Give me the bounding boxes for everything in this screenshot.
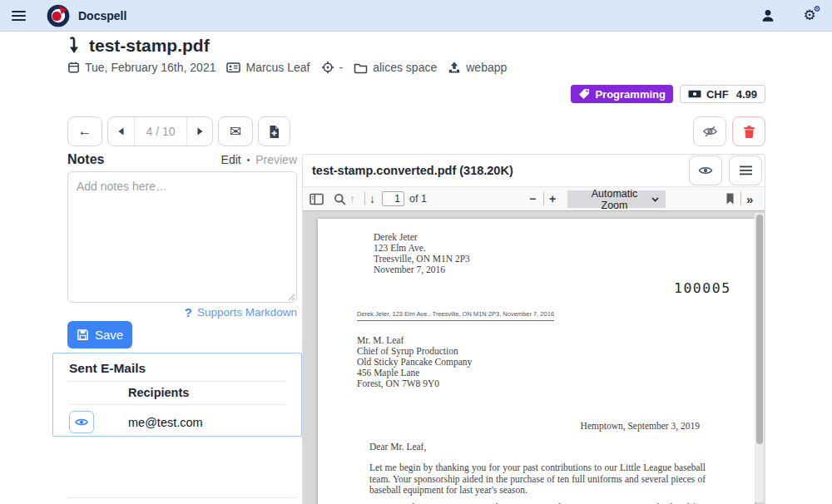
add-file-button[interactable] [258, 116, 290, 146]
back-arrow-icon: ← [78, 123, 92, 140]
banknote-icon [688, 87, 701, 101]
pdf-page-container: Derek Jeter 123 Elm Ave. Treesville, ON … [303, 211, 765, 504]
sent-emails-heading: Sent E-Mails [69, 361, 286, 382]
next-panel-divider [67, 497, 297, 498]
notes-editor [67, 171, 297, 303]
docspell-app: Docspell ⚙⚙ test-stamp.pdf [0, 0, 832, 504]
letter-paragraph: Let me begin by thanking you for your pa… [369, 462, 706, 497]
badges-row: Programming CHF4.99 [571, 85, 765, 103]
attachment-view-button[interactable] [689, 156, 722, 185]
tag-badge: Programming [571, 85, 673, 103]
item-title-row: test-stamp.pdf [67, 36, 210, 56]
pdf-page: Derek Jeter 123 Elm Ave. Treesville, ON … [318, 219, 755, 504]
item-correspondent: Marcus Leaf [226, 61, 310, 74]
gears-icon: ⚙⚙ [803, 8, 815, 22]
calendar-icon [67, 61, 80, 74]
search-button[interactable] [334, 187, 346, 210]
recipients-column-header: Recipients [128, 382, 286, 405]
more-tools-button[interactable]: » [746, 187, 753, 210]
pdf-scrollbar [755, 213, 764, 502]
app-title: Docspell [78, 9, 126, 22]
email-recipient: me@test.com [128, 416, 286, 429]
send-mail-button[interactable]: ✉ [218, 116, 253, 146]
back-button[interactable]: ← [67, 116, 102, 146]
item-nav-toolbar: ← 4 / 10 ✉ [67, 116, 290, 146]
save-floppy-icon [77, 329, 89, 341]
item-actions [693, 116, 765, 146]
pdf-viewer-panel: test-stamp.converted.pdf (318.20K) [302, 154, 765, 504]
find-previous-button[interactable]: ↑ [349, 187, 355, 210]
pdf-scrollbar-thumb[interactable] [756, 215, 763, 444]
pdf-viewer-header: test-stamp.converted.pdf (318.20K) [303, 155, 765, 187]
tag-icon [578, 88, 590, 100]
sidebar-toggle-icon [310, 193, 324, 205]
save-notes-button[interactable]: Save [67, 321, 132, 348]
letter-salutation: Dear Mr. Leaf, [369, 442, 426, 452]
download-arrow-icon [67, 36, 81, 56]
hide-preview-button[interactable] [693, 116, 726, 146]
hamburger-menu-icon[interactable] [2, 0, 34, 32]
search-icon [334, 193, 346, 205]
bookmark-icon [726, 193, 735, 205]
settings-button[interactable]: ⚙⚙ [799, 5, 820, 27]
item-pager: 4 / 10 [107, 116, 213, 146]
eye-icon [75, 417, 88, 427]
file-plus-icon [268, 125, 280, 139]
amount-badge: CHF4.99 [680, 85, 765, 103]
delete-item-button[interactable] [732, 116, 765, 146]
notes-textarea[interactable] [67, 171, 297, 303]
markdown-hint-link[interactable]: Supports Markdown [197, 306, 297, 319]
toolbar-separator [740, 192, 741, 205]
top-bar: Docspell ⚙⚙ [0, 0, 832, 32]
notes-preview-link[interactable]: Preview [255, 153, 297, 166]
attachment-file-name: test-stamp.converted.pdf (318.20K) [312, 164, 513, 177]
item-folder: alices space [354, 61, 437, 74]
menu-bars-icon [740, 166, 752, 175]
item-title: test-stamp.pdf [89, 36, 210, 56]
page-number-input[interactable] [382, 191, 404, 206]
zoom-out-button[interactable]: − [529, 187, 536, 210]
view-email-button[interactable] [69, 411, 94, 433]
upload-icon [448, 61, 461, 74]
sent-emails-panel: Sent E-Mails Recipients me@test.com [52, 353, 302, 437]
zoom-in-button[interactable]: + [549, 187, 556, 210]
caret-right-icon [197, 127, 203, 136]
letter-sender-block: Derek Jeter 123 Elm Ave. Treesville, ON … [374, 232, 470, 275]
find-next-button[interactable]: ↓ [369, 187, 375, 210]
page-count-label: of 1 [409, 187, 427, 210]
help-icon[interactable]: ? [185, 305, 192, 319]
docspell-logo-icon[interactable] [46, 3, 71, 28]
user-account-button[interactable] [757, 5, 779, 27]
item-meta-row: Tue, February 16th, 2021 Marcus Leaf - [67, 61, 507, 74]
eye-icon [698, 165, 713, 176]
pdfjs-toolbar: ↑ ↓ of 1 − + Automatic Zoom » [303, 187, 765, 211]
item-position-label: 4 / 10 [135, 117, 186, 146]
stamp-number: 100005 [674, 280, 731, 296]
caret-left-icon [118, 127, 124, 136]
item-source: webapp [448, 61, 507, 74]
item-concerned: - [321, 61, 344, 74]
prev-item-button[interactable] [108, 117, 135, 146]
crosshair-icon [321, 61, 334, 74]
notes-link-separator: • [247, 156, 250, 165]
next-item-button[interactable] [186, 117, 212, 146]
id-card-icon [226, 61, 240, 74]
markdown-hint-row: ? Supports Markdown [67, 305, 297, 319]
sidebar-toggle-button[interactable] [310, 187, 324, 210]
trash-icon [743, 125, 755, 139]
user-icon [760, 8, 775, 23]
attachment-menu-button[interactable] [729, 156, 762, 185]
envelope-icon: ✉ [230, 123, 241, 141]
letter-recipient-block: Mr. M. Leaf Chief of Syrup Production Ol… [357, 335, 472, 389]
letter-reference-line: Derek Jeter, 123 Elm Ave., Treesville, O… [357, 310, 554, 321]
notes-header: Notes Edit • Preview [67, 152, 297, 167]
zoom-level-select[interactable]: Automatic Zoom [567, 190, 666, 208]
notes-heading: Notes [67, 152, 104, 167]
chevron-down-icon [651, 197, 659, 202]
folder-icon [354, 62, 368, 74]
toolbar-separator [364, 192, 365, 205]
notes-edit-link[interactable]: Edit [221, 153, 241, 166]
toolbar-separator [543, 192, 544, 205]
bookmark-button[interactable] [726, 187, 735, 210]
letter-dateline: Hemptown, September 3, 2019 [581, 421, 700, 431]
